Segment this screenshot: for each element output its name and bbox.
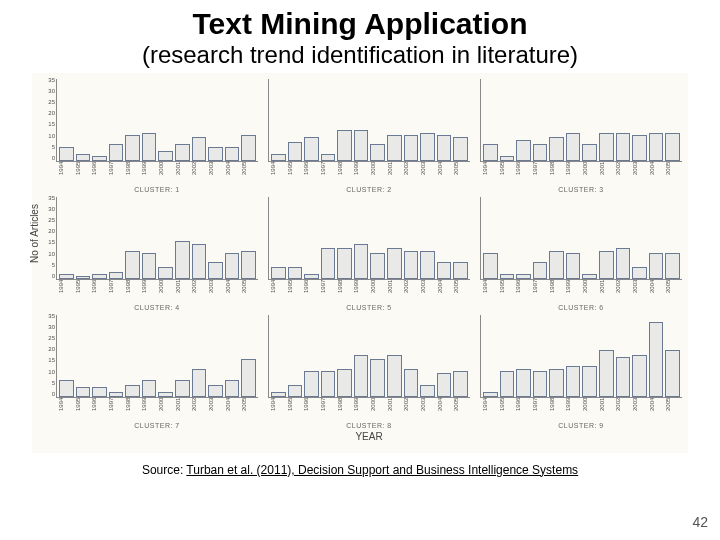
bar — [483, 253, 498, 279]
bar — [241, 359, 256, 396]
bar — [582, 144, 597, 160]
bar — [59, 380, 74, 396]
bar — [549, 137, 564, 160]
chart-panel: 1994199519961997199819992000200120022003… — [268, 315, 470, 429]
bar — [599, 350, 614, 397]
bar — [500, 156, 515, 161]
plot-area — [480, 197, 682, 280]
bar — [404, 135, 419, 161]
plot-area: 05101520253035 — [56, 315, 258, 398]
bar — [241, 135, 256, 161]
figure-container: No of Articles 0510152025303519941995199… — [32, 73, 688, 453]
bar — [271, 154, 286, 161]
bar — [649, 322, 664, 397]
bar — [109, 272, 124, 279]
bar — [516, 369, 531, 397]
panel-label: CLUSTER: 4 — [56, 304, 258, 311]
bar — [582, 274, 597, 279]
chart-panel: 1994199519961997199819992000200120022003… — [268, 79, 470, 193]
bar — [549, 369, 564, 397]
plot-area — [268, 79, 470, 162]
bar — [288, 385, 303, 397]
bar — [142, 380, 157, 396]
bar — [76, 387, 91, 396]
chart-panel: 1994199519961997199819992000200120022003… — [268, 197, 470, 311]
bars-container — [481, 79, 682, 161]
plot-area — [480, 315, 682, 398]
bar — [142, 133, 157, 161]
bar — [483, 144, 498, 160]
bar — [453, 137, 468, 160]
bar — [616, 357, 631, 397]
bar — [437, 262, 452, 278]
bar — [387, 135, 402, 161]
bar — [420, 385, 435, 397]
bar — [304, 137, 319, 160]
bar — [175, 380, 190, 396]
bar — [516, 274, 531, 279]
bar — [158, 392, 173, 397]
bar — [208, 147, 223, 161]
bar — [566, 366, 581, 396]
bars-container — [481, 197, 682, 279]
bar — [533, 371, 548, 397]
panel-label: CLUSTER: 8 — [268, 422, 470, 429]
bar — [370, 144, 385, 160]
bar — [483, 392, 498, 397]
bar — [354, 244, 369, 279]
bar — [192, 244, 207, 279]
plot-area — [480, 79, 682, 162]
bar — [387, 248, 402, 278]
chart-panel: 1994199519961997199819992000200120022003… — [480, 197, 682, 311]
bar — [453, 371, 468, 397]
panel-label: CLUSTER: 3 — [480, 186, 682, 193]
plot-area: 05101520253035 — [56, 79, 258, 162]
bar — [500, 371, 515, 397]
bar — [420, 251, 435, 279]
bar — [337, 248, 352, 278]
bar — [304, 274, 319, 279]
bars-container — [57, 197, 258, 279]
bar — [649, 253, 664, 279]
bar — [404, 251, 419, 279]
bar — [632, 135, 647, 161]
bar — [566, 133, 581, 161]
bar — [59, 274, 74, 279]
source-citation: Source: Turban et al. (2011), Decision S… — [0, 463, 720, 477]
bar — [158, 267, 173, 279]
bar — [337, 130, 352, 160]
y-ticks: 05101520253035 — [41, 315, 55, 397]
bar — [616, 248, 631, 278]
bar — [109, 392, 124, 397]
bar — [665, 350, 680, 397]
page-subtitle: (research trend identification in litera… — [0, 42, 720, 67]
bar — [437, 373, 452, 396]
bar — [158, 151, 173, 160]
x-ticks: 1994199519961997199819992000200120022003… — [56, 398, 258, 422]
bar — [665, 133, 680, 161]
chart-grid: 0510152025303519941995199619971998199920… — [56, 79, 682, 429]
plot-area: 05101520253035 — [56, 197, 258, 280]
bar — [208, 262, 223, 278]
bars-container — [481, 315, 682, 397]
bar — [437, 135, 452, 161]
bar — [321, 248, 336, 278]
panel-label: CLUSTER: 1 — [56, 186, 258, 193]
plot-area — [268, 197, 470, 280]
bar — [59, 147, 74, 161]
bar — [354, 130, 369, 160]
bar — [225, 253, 240, 279]
x-ticks: 1994199519961997199819992000200120022003… — [480, 398, 682, 422]
bar — [92, 387, 107, 396]
bar — [271, 267, 286, 279]
chart-panel: 0510152025303519941995199619971998199920… — [56, 315, 258, 429]
bar — [125, 135, 140, 161]
panel-label: CLUSTER: 6 — [480, 304, 682, 311]
bar — [225, 147, 240, 161]
bar — [549, 251, 564, 279]
bar — [370, 359, 385, 396]
x-ticks: 1994199519961997199819992000200120022003… — [268, 280, 470, 304]
bar — [370, 253, 385, 279]
bar — [533, 262, 548, 278]
bar — [225, 380, 240, 396]
